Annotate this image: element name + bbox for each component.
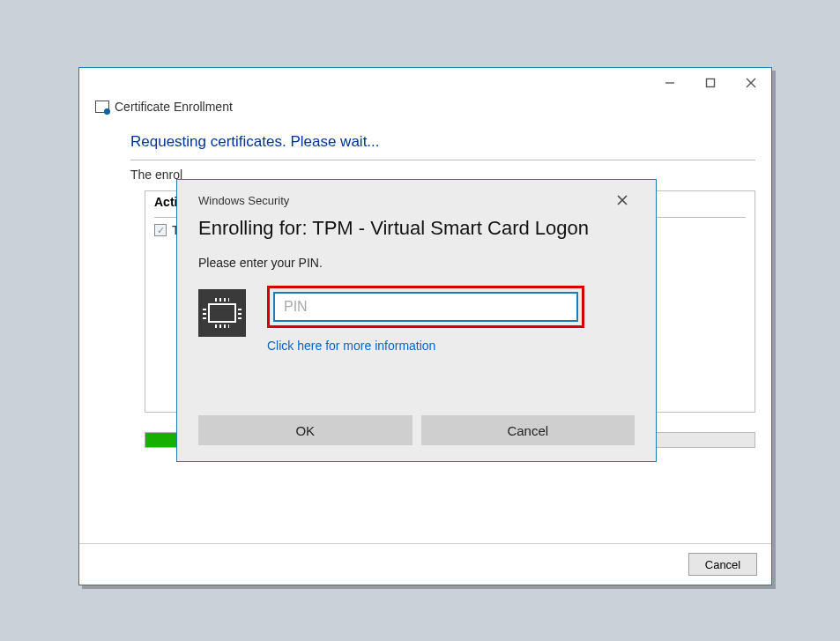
modal-title: Windows Security (198, 194, 289, 207)
more-info-link[interactable]: Click here for more information (267, 339, 635, 353)
windows-security-dialog: Windows Security Enrolling for: TPM - Vi… (176, 179, 657, 462)
pin-highlight-box (267, 286, 584, 328)
maximize-button[interactable] (690, 70, 731, 96)
modal-close-button[interactable] (610, 190, 635, 210)
modal-instruction: Please enter your PIN. (198, 256, 635, 270)
requesting-heading: Requesting certificates. Please wait... (130, 133, 755, 151)
heading-separator (130, 160, 755, 160)
parent-footer: Cancel (79, 543, 771, 585)
parent-titlebar (79, 68, 771, 98)
parent-title-row: Certificate Enrollment (95, 98, 755, 133)
svg-rect-1 (707, 79, 715, 87)
minimize-button[interactable] (650, 70, 690, 96)
modal-heading: Enrolling for: TPM - Virtual Smart Card … (198, 217, 635, 240)
parent-cancel-button[interactable]: Cancel (688, 553, 757, 576)
close-button[interactable] (731, 70, 771, 96)
template-checkbox[interactable]: ✓ (154, 224, 167, 236)
ok-button[interactable]: OK (198, 415, 413, 445)
modal-titlebar: Windows Security (198, 190, 635, 210)
parent-title: Certificate Enrollment (115, 100, 233, 114)
pin-input[interactable] (273, 292, 578, 322)
smartcard-chip-icon (198, 289, 246, 337)
certificate-icon (95, 101, 109, 113)
cancel-button[interactable]: Cancel (421, 415, 636, 445)
